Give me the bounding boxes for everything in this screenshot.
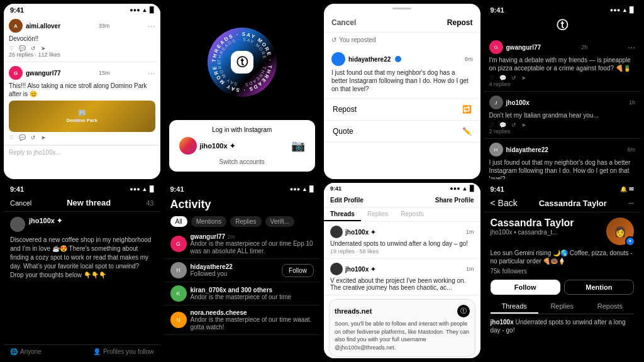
dark-post-text-2: Don't let my Italian grandma hear you... (489, 111, 636, 119)
share-profile-btn[interactable]: Share Profile (435, 197, 474, 204)
signal-icon: ●●● (130, 7, 140, 13)
switch-accounts[interactable]: Switch accounts (179, 158, 306, 165)
profile-tab-reposts[interactable]: Reposts (586, 300, 634, 314)
repost-action[interactable]: Repost 🔁 (324, 99, 480, 121)
reply-input[interactable]: Reply to jho100x... (4, 145, 160, 159)
n-avatar-5: N (170, 312, 187, 328)
audience-profiles[interactable]: 👤 Profiles you follow (93, 348, 154, 355)
comment-icon[interactable]: 💬 (19, 45, 26, 52)
jho-name-2[interactable]: jho100x ✦ (345, 266, 375, 273)
like-icon[interactable]: ♡ (9, 45, 14, 52)
time-ago-1: 33m (99, 23, 110, 29)
follow-button-2[interactable]: Follow (282, 264, 314, 277)
d-comment-icon-2[interactable]: 💬 (499, 122, 506, 128)
more-options-icon[interactable]: ··· (148, 21, 155, 31)
dark-replies-1: 4 replies (489, 81, 636, 87)
post-image: 🏢Domino Park (9, 101, 155, 132)
instagram-icon: 📷 (291, 139, 305, 153)
ig-user-row[interactable]: jiho100x ✦ 📷 (179, 137, 306, 155)
n-text-5: Andor is the masterpiece of our time waa… (191, 316, 314, 331)
battery-icon-6: ▉ (309, 186, 314, 192)
jho-time-1: 1m (466, 229, 474, 235)
dm-icon[interactable]: ✉ (629, 186, 634, 192)
repost-icon-2[interactable]: ↺ (31, 134, 36, 141)
avatar-1: A (9, 19, 23, 33)
audience-anyone[interactable]: 🌐 Anyone (10, 348, 42, 355)
n-avatar-2: H (170, 262, 187, 278)
mention-button[interactable]: Mention (564, 280, 634, 295)
phone-card-2: THREADS · SAY MORE · THREADS · SAY MORE … (164, 4, 321, 179)
d-like-icon-2[interactable]: ♡ (489, 122, 494, 128)
n-info-1: gwangurl77 2m Andor is the masterpiece o… (191, 233, 314, 255)
n-username-5[interactable]: nora.needs.cheese (191, 309, 247, 316)
more-options-icon-2[interactable]: ··· (148, 68, 155, 78)
globe-icon: 🌐 (10, 348, 18, 355)
back-button[interactable]: < Back (491, 198, 518, 208)
profile-header: < Back Cassandra Taylor ··· (484, 194, 641, 212)
quote-action[interactable]: Quote ✏️ (324, 121, 480, 143)
ig-login-panel: Log in with Instagram jiho100x ✦ 📷 Switc… (169, 120, 316, 172)
sub-tab-reposts[interactable]: Reposts (394, 208, 430, 221)
notif-icon[interactable]: 🔔 (620, 186, 627, 192)
d-comment-icon[interactable]: 💬 (499, 75, 506, 81)
n-username-1[interactable]: gwangurl77 (191, 233, 226, 240)
dark-post-text-1: I'm having a debate with my friends — is… (489, 56, 636, 72)
filter-tab-all[interactable]: All (170, 216, 187, 227)
wifi-icon-5: ▲ (142, 186, 148, 192)
repost-icon[interactable]: ↺ (31, 45, 36, 52)
d-share-icon[interactable]: ➤ (521, 75, 526, 81)
post-text-1: Devoción!! (9, 35, 155, 43)
battery-icon-4: ▉ (630, 7, 634, 13)
composer-cancel[interactable]: Cancel (10, 199, 31, 207)
username-1[interactable]: aimi.allover (26, 23, 60, 30)
d-like-icon[interactable]: ♡ (489, 75, 494, 81)
share-icon[interactable]: ➤ (41, 45, 46, 52)
edit-profile-btn[interactable]: Edit Profile (330, 197, 364, 204)
notif-5: N nora.needs.cheese Andor is the masterp… (164, 305, 321, 335)
ig-login-title: Log in with Instagram (179, 126, 306, 133)
username-2[interactable]: gwangurl77 (26, 70, 61, 77)
time-8: 9:41 (491, 185, 504, 193)
sub-tab-threads[interactable]: Threads (324, 208, 361, 221)
d-repost-icon-2[interactable]: ↺ (511, 122, 516, 128)
sub-tab-replies[interactable]: Replies (361, 208, 394, 221)
dark-username-2[interactable]: jho100x (506, 99, 530, 106)
profile-tabs: Threads Replies Reposts (491, 300, 635, 314)
cancel-button[interactable]: Cancel (331, 18, 356, 27)
profile-tab-threads[interactable]: Threads (491, 300, 538, 314)
d-repost-icon[interactable]: ↺ (511, 75, 516, 81)
more-icon-d1[interactable]: ··· (628, 42, 635, 52)
status-icons-6: ●●● ▲ ▉ (290, 186, 314, 192)
share-icon-2[interactable]: ➤ (41, 134, 46, 141)
n-username-2[interactable]: hidayathere22 (191, 263, 233, 270)
ig-avatar (179, 137, 197, 155)
follow-button[interactable]: Follow (491, 280, 560, 295)
repost-button[interactable]: Repost (447, 18, 473, 27)
d-share-icon-2[interactable]: ➤ (521, 122, 526, 128)
filter-tab-replies[interactable]: Replies (230, 216, 261, 227)
wifi-icon: ▲ (142, 7, 148, 13)
rp-username: hidayathere22 (348, 56, 391, 63)
pp-username[interactable]: jho100x (491, 319, 514, 326)
action-row-2: ♡ 💬 ↺ ➤ (9, 134, 155, 141)
like-icon-2[interactable]: ♡ (9, 134, 14, 141)
dark-time-2: 1h (629, 99, 635, 106)
dark-username-1[interactable]: gwangurl77 (506, 44, 541, 51)
filter-tab-verified[interactable]: Verifi... (265, 216, 295, 227)
notif-2: H hidayathere22 Followed you Follow (164, 259, 321, 282)
signal-icon-5: ●●● (130, 186, 140, 192)
dark-username-3[interactable]: hidayathere22 (506, 146, 548, 153)
n-username-3[interactable]: kiran_0706x and 300 others (191, 287, 273, 293)
phone-card-7: 9:41 ●●● ▲ ▉ Edit Profile Share Profile … (324, 183, 480, 358)
followers-count[interactable]: 75k followers (491, 268, 635, 275)
profile-top: Cassandra Taylor jho100x • cassandra_t..… (491, 217, 635, 245)
composer-text[interactable]: Discovered a new coffee shop in my neigh… (10, 236, 154, 280)
battery-icon: ▉ (150, 7, 154, 13)
filter-tab-mentions[interactable]: Mentions (191, 216, 227, 227)
time-ago-2: 15m (99, 70, 110, 76)
comment-icon-2[interactable]: 💬 (19, 134, 26, 141)
phone-card-4: 9:41 ●●● ▲ ▉ ⓣ G gwangurl77 2h ··· I'm h… (484, 4, 641, 179)
more-icon-profile[interactable]: ··· (628, 199, 634, 207)
profile-tab-replies[interactable]: Replies (538, 300, 586, 314)
jho-name-1[interactable]: jho100x ✦ (345, 229, 375, 236)
